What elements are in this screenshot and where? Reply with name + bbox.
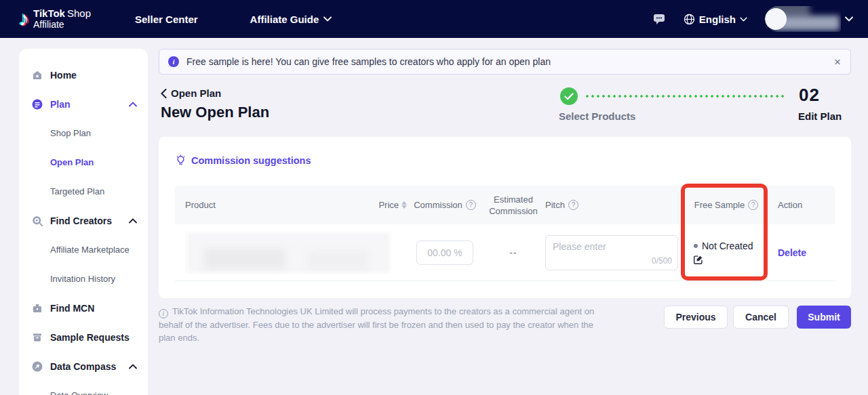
sidebar-item-shop-plan[interactable]: Shop Plan (19, 119, 148, 148)
logo-text: TikTokShop Affiliate (33, 8, 91, 30)
pitch-char-counter: 0/500 (652, 256, 672, 266)
commission-suggestions-label: Commission suggestions (191, 155, 311, 166)
help-icon[interactable]: ? (466, 200, 476, 210)
sidebar-item-targeted-plan[interactable]: Targeted Plan (19, 177, 148, 206)
sidebar-item-invitation-history[interactable]: Invitation History (19, 264, 148, 293)
logo-shop: Shop (67, 7, 91, 19)
find-creators-icon (31, 215, 43, 227)
commission-input[interactable] (416, 241, 473, 265)
account-menu[interactable] (765, 6, 853, 32)
nav-seller-center-label: Seller Center (135, 14, 198, 25)
free-sample-banner: i Free sample is here! You can give free… (159, 49, 851, 75)
sidebar-item-find-creators[interactable]: Find Creators (19, 206, 148, 235)
breadcrumb-label: Open Plan (171, 87, 221, 99)
chevron-up-icon (129, 102, 137, 107)
info-icon: i (159, 309, 168, 318)
chevron-down-icon (740, 17, 747, 22)
sidebar-item-label: Home (50, 70, 77, 81)
header-estimated-commission: Estimated Commission (483, 194, 544, 217)
globe-icon (684, 14, 695, 25)
header-action: Action (769, 200, 835, 210)
payment-disclaimer: iTikTok Information Technologies UK Limi… (159, 305, 604, 344)
cancel-button[interactable]: Cancel (733, 306, 789, 329)
sidebar-item-home[interactable]: Home (19, 60, 148, 89)
sidebar-item-label: Shop Plan (50, 128, 91, 138)
find-mcn-icon (31, 302, 43, 314)
step2-label: Edit Plan (798, 110, 842, 122)
sidebar-item-label: Invitation History (50, 274, 115, 284)
chevron-down-icon (323, 16, 332, 22)
step2-number: 02 (799, 85, 820, 106)
sample-requests-icon (31, 331, 43, 344)
header-pitch: Pitch (545, 200, 565, 210)
previous-button[interactable]: Previous (664, 306, 728, 329)
header-commission: Commission (414, 200, 462, 210)
step1-check-icon (560, 87, 578, 105)
sidebar-item-label: Data Compass (50, 361, 116, 372)
sidebar-item-label: Targeted Plan (50, 186, 104, 196)
free-sample-status: Not Created (702, 241, 753, 251)
chevron-up-icon (129, 218, 137, 224)
data-compass-icon (31, 360, 43, 373)
sidebar-item-label: Affiliate Marketplace (50, 245, 130, 255)
delete-button[interactable]: Delete (778, 247, 806, 258)
plan-icon (31, 98, 43, 110)
lightbulb-icon (175, 154, 186, 166)
info-icon: i (168, 56, 179, 67)
chevron-up-icon (129, 364, 137, 369)
sidebar-item-data-compass[interactable]: Data Compass (19, 352, 148, 381)
breadcrumb[interactable]: Open Plan (161, 87, 221, 99)
avatar (765, 6, 841, 32)
chat-icon[interactable] (652, 12, 666, 26)
sidebar-item-label: Find MCN (50, 303, 94, 314)
product-thumbnail-blurred (185, 231, 401, 274)
sidebar-item-label: Data Overview (50, 390, 108, 395)
close-icon[interactable]: × (834, 56, 841, 68)
header-product: Product (175, 200, 365, 210)
sidebar-item-label: Open Plan (50, 157, 94, 167)
sidebar-item-data-overview[interactable]: Data Overview (19, 381, 148, 395)
commission-suggestions-link[interactable]: Commission suggestions (175, 154, 311, 166)
sidebar-item-find-mcn[interactable]: Find MCN (19, 293, 148, 323)
stepper-dotted-line (585, 95, 787, 98)
tiktok-shop-affiliate-logo[interactable]: ♪ TikTokShop Affiliate (19, 8, 91, 30)
submit-button[interactable]: Submit (797, 306, 851, 329)
table-row: -- 0/500 Not Created Delete (175, 224, 835, 281)
logo-affiliate: Affiliate (33, 19, 64, 30)
step1-label: Select Products (559, 110, 635, 122)
sidebar-item-affiliate-marketplace[interactable]: Affiliate Marketplace (19, 235, 148, 264)
top-navbar: ♪ TikTokShop Affiliate Seller Center Aff… (0, 0, 868, 38)
sidebar-item-label: Find Creators (50, 215, 112, 226)
chevron-down-icon (845, 16, 853, 22)
home-icon (31, 69, 43, 81)
sidebar-item-open-plan[interactable]: Open Plan (19, 148, 148, 177)
nav-affiliate-guide-label: Affiliate Guide (250, 14, 319, 25)
sort-icon[interactable] (401, 201, 407, 209)
help-icon[interactable]: ? (568, 200, 578, 210)
back-chevron-icon (161, 89, 167, 98)
products-table: Product Price Commission ? Estimated Com… (175, 186, 835, 281)
sidebar-item-sample-requests[interactable]: Sample Requests (19, 323, 148, 352)
logo-brand: TikTok (33, 7, 65, 19)
help-icon[interactable]: ? (748, 200, 758, 210)
nav-seller-center[interactable]: Seller Center (135, 14, 198, 25)
sidebar: Home Plan Shop Plan Open Plan Targeted P… (19, 49, 148, 395)
header-free-sample: Free Sample (694, 200, 745, 210)
estimated-commission-value: -- (509, 247, 517, 258)
disclaimer-text: TikTok Information Technologies UK Limit… (159, 306, 594, 343)
sidebar-item-plan[interactable]: Plan (19, 89, 148, 119)
page-title: New Open Plan (161, 104, 269, 121)
language-selector[interactable]: English (684, 14, 747, 25)
tiktok-note-icon: ♪ (19, 9, 29, 29)
banner-text: Free sample is here! You can give free s… (186, 56, 551, 67)
status-dot (694, 244, 698, 248)
language-label: English (699, 14, 736, 25)
sidebar-item-label: Sample Requests (50, 332, 130, 343)
table-header-row: Product Price Commission ? Estimated Com… (175, 186, 835, 224)
header-price: Price (378, 200, 399, 210)
edit-icon[interactable] (694, 255, 703, 264)
sidebar-item-label: Plan (50, 99, 71, 110)
nav-affiliate-guide[interactable]: Affiliate Guide (250, 14, 332, 25)
